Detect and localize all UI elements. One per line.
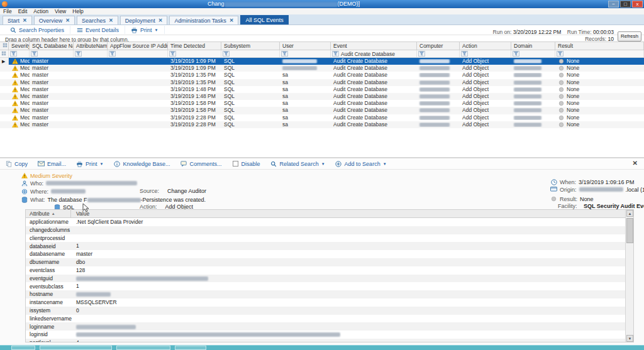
filter-funnel-icon[interactable]: [513, 51, 519, 57]
event-row[interactable]: Mediummaster3/19/2019 1:58 PMSQLsaAudit …: [0, 100, 644, 107]
attribute-table-scrollbar[interactable]: ▲▼: [625, 210, 633, 342]
detail-toolbar-copy[interactable]: Copy: [5, 160, 28, 167]
event-row[interactable]: Mediummaster3/19/2019 1:48 PMSQLsaAudit …: [0, 86, 644, 93]
detail-toolbar-disable[interactable]: Disable: [232, 160, 260, 167]
column-header-computer[interactable]: Computer: [417, 42, 460, 50]
tab-close-icon[interactable]: ✕: [23, 18, 27, 23]
detail-toolbar-comments[interactable]: Comments...: [180, 160, 222, 167]
attribute-row[interactable]: nestlevel4: [26, 339, 633, 342]
filter-funnel-icon[interactable]: [223, 51, 230, 57]
attribute-row[interactable]: instancenameMSSQLSERVER: [26, 298, 633, 307]
filter-cell-action[interactable]: [460, 50, 511, 57]
filter-funnel-icon[interactable]: [557, 51, 564, 57]
column-header-time[interactable]: Time Detected: [168, 42, 221, 50]
filter-funnel-icon[interactable]: [461, 51, 468, 57]
event-row[interactable]: Mediummaster3/19/2019 1:58 PMSQLsaAudit …: [0, 107, 644, 114]
event-row[interactable]: Mediummaster3/19/2019 1:35 PMSQLsaAudit …: [0, 72, 644, 79]
taskbar-button[interactable]: [11, 346, 35, 350]
detail-toolbar-related-search[interactable]: Related Search▼: [270, 160, 325, 167]
menu-item-action[interactable]: Action: [33, 8, 48, 14]
close-button[interactable]: x: [632, 1, 643, 8]
filter-funnel-icon[interactable]: [109, 51, 116, 57]
tab-close-icon[interactable]: ✕: [109, 18, 113, 23]
detail-toolbar-print[interactable]: Print▼: [76, 160, 103, 167]
refresh-button[interactable]: Refresh: [618, 31, 641, 41]
scroll-up-icon[interactable]: ▲: [626, 210, 633, 217]
filter-funnel-icon[interactable]: [281, 51, 288, 57]
event-row[interactable]: Mediummaster3/19/2019 2:28 PMSQLsaAudit …: [0, 114, 644, 121]
filter-funnel-icon[interactable]: [10, 51, 17, 57]
detail-toolbar-add-to-search[interactable]: Add to Search▼: [335, 160, 387, 167]
filter-funnel-icon[interactable]: [418, 51, 425, 57]
event-row[interactable]: Mediummaster3/19/2019 1:48 PMSQLsaAudit …: [0, 93, 644, 100]
maximize-button[interactable]: □: [620, 1, 631, 8]
filter-funnel-icon[interactable]: [169, 51, 176, 57]
attribute-row[interactable]: issystem0: [26, 307, 633, 315]
tab-close-icon[interactable]: ✕: [230, 18, 234, 23]
toolbar-search-properties[interactable]: Search Properties: [4, 26, 70, 34]
column-header-attributename[interactable]: AttributeName: [74, 42, 108, 50]
column-header-user[interactable]: User: [280, 42, 331, 50]
tab-administration-tasks[interactable]: Administration Tasks✕: [169, 16, 238, 25]
filter-cell-appflow[interactable]: [108, 50, 168, 57]
column-header-severity[interactable]: Severity▽: [9, 42, 30, 50]
scrollbar-thumb[interactable]: [626, 218, 633, 243]
filter-cell-result[interactable]: [555, 50, 644, 57]
tab-all-sql-events[interactable]: All SQL Events: [240, 15, 288, 25]
value-column-header[interactable]: Value: [71, 210, 633, 217]
menu-item-help[interactable]: Help: [72, 8, 83, 14]
detail-close-icon[interactable]: ✕: [633, 160, 638, 167]
event-row[interactable]: Mediummaster3/19/2019 1:35 PMSQLsaAudit …: [0, 79, 644, 86]
tab-deployment[interactable]: Deployment✕: [120, 16, 168, 25]
filter-cell-event[interactable]: Audit Create Database: [331, 50, 417, 57]
attribute-row[interactable]: changedcolumns: [26, 226, 633, 234]
column-header-database[interactable]: SQL Database Name: [30, 42, 74, 50]
filter-cell-time[interactable]: [168, 50, 221, 57]
detail-toolbar-knowledge-base[interactable]: Knowledge Base...: [114, 160, 170, 167]
column-header-event[interactable]: Event: [331, 42, 417, 50]
taskbar-button[interactable]: [175, 346, 206, 350]
tab-overview[interactable]: Overview✕: [34, 16, 75, 25]
attribute-row[interactable]: eventclass128: [26, 266, 633, 275]
column-header-appflow[interactable]: AppFlow Source IP Address: [108, 42, 168, 50]
minimize-button[interactable]: −: [608, 1, 619, 8]
attribute-row[interactable]: hostname: [26, 290, 633, 298]
filter-cell-user[interactable]: [280, 50, 331, 57]
event-row[interactable]: Mediummaster3/19/2019 1:09 PMSQLAudit Cr…: [0, 65, 644, 72]
filter-funnel-icon[interactable]: [31, 51, 38, 57]
tab-start[interactable]: Start✕: [3, 16, 32, 25]
detail-toolbar-email[interactable]: Email...: [38, 160, 66, 167]
attribute-row[interactable]: loginsid: [26, 331, 633, 339]
attribute-row[interactable]: databasenamemaster: [26, 250, 633, 258]
tab-close-icon[interactable]: ✕: [158, 18, 163, 23]
tab-close-icon[interactable]: ✕: [65, 18, 70, 23]
scroll-down-icon[interactable]: ▼: [626, 335, 633, 342]
event-row[interactable]: ▶Mediummaster3/19/2019 1:09 PMSQLAudit C…: [0, 58, 644, 65]
attribute-row[interactable]: clientprocessid: [26, 234, 633, 243]
attribute-row[interactable]: loginname: [26, 322, 633, 331]
filter-cell-domain[interactable]: [511, 50, 555, 57]
attribute-row[interactable]: linkedservername: [26, 315, 633, 323]
toolbar-event-details[interactable]: Event Details: [70, 26, 125, 34]
menu-item-file[interactable]: File: [3, 8, 12, 14]
attribute-row[interactable]: eventsubclass1: [26, 282, 633, 290]
attribute-column-header[interactable]: Attribute▲: [26, 210, 71, 217]
filter-funnel-icon[interactable]: [332, 51, 339, 57]
attribute-row[interactable]: applicationname.Net SqlClient Data Provi…: [26, 218, 633, 226]
taskbar-button[interactable]: [40, 346, 112, 350]
column-header-action[interactable]: Action: [460, 42, 511, 50]
attribute-row[interactable]: eventguid: [26, 275, 633, 283]
column-header-domain[interactable]: Domain: [511, 42, 555, 50]
tab-searches[interactable]: Searches✕: [77, 16, 118, 25]
menu-item-edit[interactable]: Edit: [18, 8, 28, 14]
toolbar-print[interactable]: Print▼: [125, 26, 164, 34]
filter-funnel-icon[interactable]: [75, 51, 82, 57]
event-row[interactable]: Mediummaster3/19/2019 2:28 PMSQLsaAudit …: [0, 121, 644, 128]
filter-cell-computer[interactable]: [417, 50, 460, 57]
filter-cell-severity[interactable]: [9, 50, 30, 57]
taskbar-button[interactable]: [116, 346, 170, 350]
menu-item-view[interactable]: View: [55, 8, 66, 14]
filter-cell-attributename[interactable]: [74, 50, 108, 57]
column-header-result[interactable]: Result: [555, 42, 644, 50]
column-header-subsystem[interactable]: Subsystem: [221, 42, 280, 50]
